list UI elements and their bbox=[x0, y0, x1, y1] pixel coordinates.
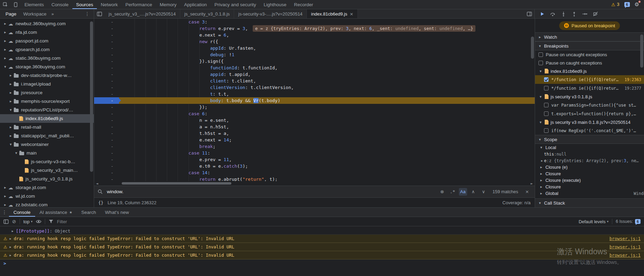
more-tabs-icon[interactable]: » bbox=[50, 11, 56, 17]
breakpoint-file-group[interactable]: ▾js security v3 0.1.8.js bbox=[535, 92, 644, 101]
breakpoint-entry[interactable]: var ParamsSign=function(){"use st… bbox=[535, 101, 644, 109]
main-tab-memory[interactable]: Memory bbox=[156, 0, 180, 9]
editor-tab-js-security-v3-js-v-20250514[interactable]: js_security_v3_….js?v=20250514 bbox=[104, 9, 180, 18]
context-selector[interactable]: top ▾ bbox=[23, 219, 33, 224]
line-gutter[interactable]: - bbox=[94, 137, 119, 143]
breakpoints-section-header[interactable]: ▾ Breakpoints bbox=[535, 41, 644, 50]
line-gutter[interactable]: - bbox=[94, 97, 119, 104]
drawer-tab-what-s-new[interactable]: What's new bbox=[101, 208, 133, 217]
line-gutter[interactable]: - bbox=[94, 32, 119, 38]
breakpoint-checkbox[interactable] bbox=[544, 77, 549, 82]
regex-toggle-icon[interactable]: .* bbox=[449, 188, 457, 196]
drawer-tab-ai-assistance[interactable]: AI assistance★ bbox=[35, 208, 77, 217]
navigator-tab-page[interactable]: Page bbox=[2, 9, 20, 18]
scope-node-closure[interactable]: ▸Closure bbox=[535, 184, 644, 190]
tree-item-zz-bdstatic-com[interactable]: ▸☁zz.bdstatic.com bbox=[0, 200, 94, 207]
main-tab-sources[interactable]: Sources bbox=[72, 0, 97, 9]
tree-item-newbuz-360buyimg-com[interactable]: ▸☁newbuz.360buyimg.com bbox=[0, 19, 94, 28]
resume-button[interactable] bbox=[537, 10, 546, 18]
console-source-link[interactable]: browser.js:1 bbox=[610, 253, 641, 258]
issues-counter[interactable]: 6 Issues: 6 bbox=[616, 219, 641, 224]
expand-chevron-icon[interactable]: ▸ bbox=[10, 245, 11, 249]
eye-icon[interactable] bbox=[36, 219, 41, 224]
line-gutter[interactable]: - bbox=[94, 110, 119, 117]
line-gutter[interactable]: - bbox=[94, 65, 119, 71]
breakpoint-file-group[interactable]: ▾js security v3 main 0.1.8.js?v=20250514 bbox=[535, 118, 644, 126]
tree-item-js-security-v3-main[interactable]: js_security_v3_main… bbox=[0, 166, 94, 175]
tree-item-index-81cb6ed9-js[interactable]: index.81cb6ed9.js bbox=[0, 114, 94, 123]
filter-funnel-icon[interactable] bbox=[49, 219, 53, 224]
expand-chevron-icon[interactable]: ▸ bbox=[10, 253, 11, 257]
line-gutter[interactable]: - bbox=[94, 19, 119, 25]
breakpoint-file-group[interactable]: ▾index.81cb6ed9.js bbox=[535, 67, 644, 75]
breakpoint-checkbox[interactable] bbox=[544, 86, 549, 90]
line-gutter[interactable]: - bbox=[94, 58, 119, 65]
pause-option-pause-on-uncaught-exceptions[interactable]: Pause on uncaught exceptions bbox=[535, 50, 644, 59]
match-case-toggle-icon[interactable]: Aa bbox=[459, 188, 467, 196]
step-into-button[interactable] bbox=[559, 10, 568, 18]
expand-chevron-icon[interactable]: ▸ bbox=[10, 237, 11, 240]
console-warning-row[interactable]: ⚠▸dra: running hook resp logic failed Ty… bbox=[0, 251, 644, 259]
next-match-icon[interactable]: ∨ bbox=[480, 188, 488, 196]
editor-tab-js-security-v3-0-1-8-js[interactable]: js_security_v3_0.1.8.js bbox=[180, 9, 234, 18]
clear-search-icon[interactable]: ⊗ bbox=[438, 188, 446, 196]
scope-section-header[interactable]: ▾ Scope bbox=[535, 135, 644, 144]
watch-section-header[interactable]: ▸ Watch bbox=[535, 32, 644, 41]
scope-node-global[interactable]: ▸GlobalWindow bbox=[535, 190, 644, 197]
line-gutter[interactable]: - bbox=[94, 51, 119, 58]
breakpoint-entry[interactable]: */function ie(){if(Q)retur…19:2377 bbox=[535, 84, 644, 92]
line-gutter[interactable]: - bbox=[94, 117, 119, 124]
breakpoint-checkbox[interactable] bbox=[544, 111, 549, 116]
line-gutter[interactable]: - bbox=[94, 130, 119, 137]
console-object-row[interactable]: ▸[[Prototype]]: Object bbox=[0, 227, 644, 235]
line-gutter[interactable]: - bbox=[94, 78, 119, 84]
breakpoint-entry[interactable]: if(new RegExp('('.concat(_$ME,')'… bbox=[535, 126, 644, 135]
main-tab-privacy-and-security[interactable]: Privacy and security bbox=[211, 0, 260, 9]
tree-item-staticapp-pc-mall-publi[interactable]: ▸staticapp/pc_mall_publi… bbox=[0, 131, 94, 140]
coverage-status[interactable]: Coverage: n/a bbox=[502, 200, 531, 205]
tree-item-qpsearch-jd-com[interactable]: ▸☁qpsearch.jd.com bbox=[0, 45, 94, 54]
main-tab-performance[interactable]: Performance bbox=[122, 0, 156, 9]
tree-item-js-security-v3-0-1-8-js[interactable]: js_security_v3_0.1.8.js bbox=[0, 175, 94, 183]
close-search-icon[interactable]: × bbox=[523, 188, 531, 196]
step-over-button[interactable] bbox=[548, 10, 557, 18]
line-gutter[interactable]: - bbox=[94, 163, 119, 169]
line-gutter[interactable]: - bbox=[94, 25, 119, 32]
checkbox[interactable] bbox=[539, 52, 543, 57]
tree-item-storage-jd-com[interactable]: ▸☁storage.jd.com bbox=[0, 183, 94, 192]
tree-item-js-security-v3-rac-b[interactable]: js-security-v3-rac-b… bbox=[0, 157, 94, 166]
console-warning-row[interactable]: ⚠▸dra: running hook resp logic failed Ty… bbox=[0, 235, 644, 243]
main-tab-network[interactable]: Network bbox=[97, 0, 122, 9]
tree-item-storage-360buyimg-com[interactable]: ▾☁storage.360buyimg.com bbox=[0, 62, 94, 71]
inspect-icon[interactable] bbox=[0, 0, 10, 9]
tree-item-reputation-pclist-prod[interactable]: ▾reputation/PCList/prod/… bbox=[0, 106, 94, 114]
tree-item-static-360buyimg-com[interactable]: ▸☁static.360buyimg.com bbox=[0, 54, 94, 62]
tree-item-jsresource[interactable]: ▸jsresource bbox=[0, 88, 94, 97]
toggle-navigator-icon[interactable] bbox=[94, 9, 104, 18]
log-levels-dropdown[interactable]: Default levels ▾ bbox=[578, 219, 608, 224]
line-gutter[interactable]: - bbox=[94, 124, 119, 130]
console-source-link[interactable]: browser.js:1 bbox=[610, 244, 641, 249]
line-gutter[interactable]: - bbox=[94, 156, 119, 163]
scroll-left-icon[interactable]: ◄ bbox=[96, 182, 98, 185]
horizontal-scrollbar[interactable]: ◄ ► bbox=[94, 181, 535, 186]
settings-gear-icon[interactable]: ⚙ bbox=[635, 1, 639, 8]
console-warning-row[interactable]: ⚠▸dra: running hook resp logic failed Ty… bbox=[0, 243, 644, 251]
checkbox[interactable] bbox=[539, 61, 543, 65]
line-gutter[interactable]: - bbox=[94, 176, 119, 181]
navigator-tab-workspace[interactable]: Workspace bbox=[20, 9, 50, 18]
console-filter-input[interactable]: Filter bbox=[57, 219, 67, 224]
breakpoint-checkbox[interactable] bbox=[544, 103, 549, 107]
tree-item-passport-jd-com[interactable]: ▸☁passport.jd.com bbox=[0, 37, 94, 45]
search-input[interactable]: window. bbox=[107, 189, 123, 194]
drawer-tab-console[interactable]: Console bbox=[9, 208, 35, 217]
main-tab-elements[interactable]: Elements bbox=[21, 0, 48, 9]
tree-item-nfa-jd-com[interactable]: ▸☁nfa.jd.com bbox=[0, 28, 94, 37]
main-tab-console[interactable]: Console bbox=[48, 0, 72, 9]
editor-tab-js-security-v3-js-v-20250514[interactable]: js-security-v3-….js?v=20250514 bbox=[234, 9, 307, 18]
breakpoint-entry[interactable]: */function ie(){if(Q)retur…19:2363 bbox=[535, 75, 644, 84]
drawer-menu-icon[interactable]: ⋮ bbox=[0, 208, 9, 217]
tree-scrollbar[interactable] bbox=[90, 21, 93, 172]
line-gutter[interactable]: - bbox=[94, 84, 119, 91]
console-source-link[interactable]: browser.js:1 bbox=[610, 236, 641, 241]
